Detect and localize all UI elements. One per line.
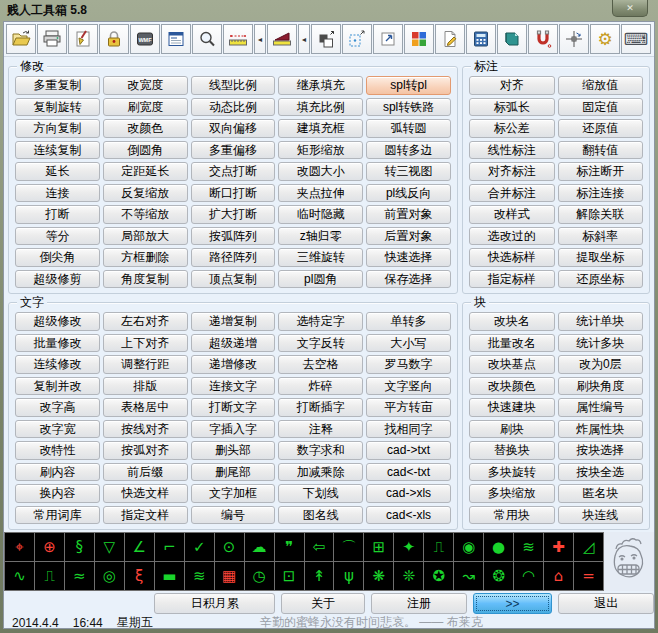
cmd-button[interactable]: 文字加框	[191, 484, 276, 503]
corner-dimension-icon[interactable]: ⌐	[155, 533, 184, 561]
cmd-button[interactable]: 炸碎	[278, 377, 363, 396]
cmd-button[interactable]: 超级修改	[15, 312, 100, 331]
cmd-button[interactable]: 替换块	[469, 441, 555, 460]
cmd-button[interactable]: 填充比例	[278, 98, 363, 117]
cmd-button[interactable]: 去空格	[278, 355, 363, 374]
cmd-button[interactable]: 扩大打断	[191, 205, 276, 224]
cmd-button[interactable]: 改为0层	[558, 355, 644, 374]
cmd-button[interactable]: 标注连接	[558, 184, 644, 203]
cmd-button[interactable]: 转三视图	[366, 162, 451, 181]
cmd-button[interactable]: 按弧对齐	[103, 441, 188, 460]
cmd-button[interactable]: spl转pl	[366, 76, 451, 95]
rotate-point-button[interactable]	[559, 24, 589, 54]
register-button[interactable]: 注册	[371, 593, 467, 614]
form-table-button[interactable]	[161, 24, 191, 54]
measure-button[interactable]	[223, 24, 253, 54]
area-fill-button[interactable]	[267, 24, 297, 54]
cmd-button[interactable]: 标弧长	[469, 98, 555, 117]
arc-with-points-icon[interactable]: ◠	[514, 562, 543, 590]
cmd-button[interactable]: 数字求和	[278, 441, 363, 460]
cmd-button[interactable]: 路径阵列	[191, 248, 276, 267]
cmd-button[interactable]: 刷内容	[15, 463, 100, 482]
cmd-button[interactable]: 改圆大小	[278, 162, 363, 181]
cmd-button[interactable]: 多块旋转	[469, 463, 555, 482]
concentric-circles-icon[interactable]: ◎	[95, 562, 124, 590]
cmd-button[interactable]: 多块缩放	[469, 484, 555, 503]
cmd-button[interactable]: 连续复制	[15, 141, 100, 160]
cmd-button[interactable]: 多重复制	[15, 76, 100, 95]
roof-arrow-icon[interactable]: ⌂	[544, 562, 573, 590]
cmd-button[interactable]: 左右对齐	[103, 312, 188, 331]
calculator-button[interactable]	[466, 24, 496, 54]
edit-document-button[interactable]	[435, 24, 465, 54]
step-arrow-icon[interactable]: ↝	[454, 562, 483, 590]
close-button[interactable]: ✕	[612, 0, 648, 17]
cmd-button[interactable]: 定距延长	[103, 162, 188, 181]
cmd-button[interactable]: 快速建块	[469, 398, 555, 417]
big-left-arrow-icon[interactable]: ⇦	[305, 533, 334, 561]
cmd-button[interactable]: 局部放大	[103, 227, 188, 246]
cmd-button[interactable]: 指定文样	[103, 506, 188, 525]
cmd-button[interactable]: 翻转值	[558, 141, 644, 160]
cmd-button[interactable]: 炸属性块	[558, 420, 644, 439]
cmd-button[interactable]: 选特定字	[278, 312, 363, 331]
cmd-button[interactable]: 匿名块	[558, 484, 644, 503]
stretch-selection-button[interactable]	[342, 24, 372, 54]
cmd-button[interactable]: 加减乘除	[278, 463, 363, 482]
cmd-button[interactable]: 连接	[15, 184, 100, 203]
cmd-button[interactable]: 多重偏移	[191, 141, 276, 160]
roughness-symbol-icon[interactable]: ▽	[95, 533, 124, 561]
cmd-button[interactable]: 连接文字	[191, 377, 276, 396]
cmd-button[interactable]: 不等缩放	[103, 205, 188, 224]
grass-icon[interactable]: ψ	[334, 562, 363, 590]
cmd-button[interactable]: 下划线	[278, 484, 363, 503]
cmd-button[interactable]: 改块颜色	[469, 377, 555, 396]
zoom-view-button[interactable]	[192, 24, 222, 54]
cmd-button[interactable]: 按块全选	[558, 463, 644, 482]
cmd-button[interactable]: 文字反转	[278, 334, 363, 353]
square-wave-icon[interactable]: ⎍	[35, 562, 64, 590]
parallel-lines-icon[interactable]: =	[574, 562, 603, 590]
cmd-button[interactable]: 统计多块	[558, 334, 644, 353]
cmd-button[interactable]: 弧转圆	[366, 119, 451, 138]
wmf-export-button[interactable]: WMF	[130, 24, 160, 54]
measure-dropdown-button[interactable]: ◄	[254, 24, 266, 54]
cmd-button[interactable]: 批量改名	[469, 334, 555, 353]
cmd-button[interactable]: 圆转多边	[366, 141, 451, 160]
cmd-button[interactable]: 按块选择	[558, 441, 644, 460]
four-point-star-icon[interactable]: ✦	[394, 533, 423, 561]
cmd-button[interactable]: 批量修改	[15, 334, 100, 353]
box-with-plus-icon[interactable]: ⊡	[275, 562, 304, 590]
cmd-button[interactable]: 解除关联	[558, 205, 644, 224]
clock-icon[interactable]: ◷	[245, 562, 274, 590]
revision-cloud-icon[interactable]: ☁	[245, 533, 274, 561]
survey-marker-icon[interactable]: ⊙	[215, 533, 244, 561]
welding-symbol-icon[interactable]: ✓	[185, 533, 214, 561]
cmd-button[interactable]: 矩形缩放	[278, 141, 363, 160]
pipe-bend-icon[interactable]: ξ	[125, 562, 154, 590]
cmd-button[interactable]: 标公差	[469, 119, 555, 138]
cmd-button[interactable]: 夹点拉伸	[278, 184, 363, 203]
purge-button[interactable]	[68, 24, 98, 54]
cmd-button[interactable]: 刷块角度	[558, 377, 644, 396]
cmd-button[interactable]: 图名线	[278, 506, 363, 525]
settings-button[interactable]: ⚙	[590, 24, 620, 54]
cmd-button[interactable]: 动态比例	[191, 98, 276, 117]
daily-tips-button[interactable]: 日积月累	[154, 593, 275, 614]
cmd-button[interactable]: 单转多	[366, 312, 451, 331]
cmd-button[interactable]: 线性标注	[469, 141, 555, 160]
cmd-button[interactable]: 连续修改	[15, 355, 100, 374]
cmd-button[interactable]: 注释	[278, 420, 363, 439]
cmd-button[interactable]: 块连线	[558, 506, 644, 525]
cmd-button[interactable]: 方框删除	[103, 248, 188, 267]
cmd-button[interactable]: 对齐标注	[469, 162, 555, 181]
section-symbol-icon[interactable]: §	[65, 533, 94, 561]
cmd-button[interactable]: 复制旋转	[15, 98, 100, 117]
cmd-button[interactable]: 线型比例	[191, 76, 276, 95]
cmd-button[interactable]: cad->txt	[366, 441, 451, 460]
curve-chart-icon[interactable]: ⌒	[334, 533, 363, 561]
cmd-button[interactable]: 递增复制	[191, 312, 276, 331]
cmd-button[interactable]: 递增修改	[191, 355, 276, 374]
cmd-button[interactable]: 改块基点	[469, 355, 555, 374]
cmd-button[interactable]: cad<-txt	[366, 463, 451, 482]
